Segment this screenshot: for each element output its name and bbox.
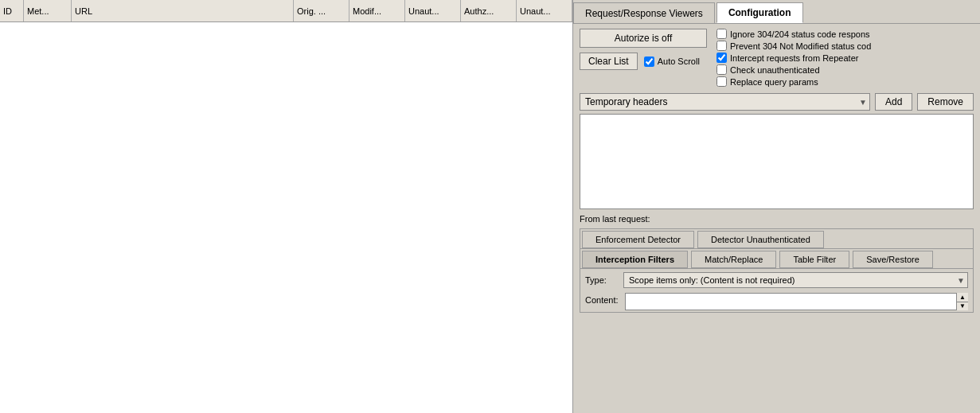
headers-textarea[interactable]: [580, 114, 974, 209]
col-header-unaut1: Unaut...: [405, 0, 461, 21]
temporary-headers-select[interactable]: Temporary headers: [580, 93, 870, 111]
clear-list-button[interactable]: Clear List: [580, 53, 638, 70]
scroll-down-button[interactable]: ▼: [957, 302, 968, 311]
right-panel: Request/Response Viewers Configuration A…: [573, 0, 980, 413]
scroll-arrows: ▲ ▼: [956, 293, 968, 310]
checkbox-check-unauthenticated-input[interactable]: [716, 64, 727, 75]
auto-scroll-label[interactable]: Auto Scroll: [644, 56, 700, 67]
scroll-up-button[interactable]: ▲: [957, 293, 968, 302]
content-label: Content:: [585, 293, 619, 305]
checkbox-ignore-304[interactable]: Ignore 304/204 status code respons: [716, 29, 892, 39]
autorize-button[interactable]: Autorize is off: [580, 29, 707, 48]
table-header: ID Met... URL Orig. ... Modif... Unaut..…: [0, 0, 572, 22]
checkbox-intercept-repeater-label: Intercept requests from Repeater: [730, 53, 858, 63]
main-container: ID Met... URL Orig. ... Modif... Unaut..…: [0, 0, 980, 413]
config-panel: Autorize is off Clear List Auto Scroll I…: [573, 24, 980, 413]
tab-detector-unauthenticated[interactable]: Detector Unauthenticated: [697, 231, 824, 248]
checkboxes-section: Ignore 304/204 status code respons Preve…: [716, 29, 892, 87]
config-top-section: Autorize is off Clear List Auto Scroll I…: [580, 29, 974, 87]
dropdown-row: Temporary headers ▼ Add Remove: [580, 93, 974, 111]
type-label: Type:: [585, 275, 617, 285]
checkbox-ignore-304-label: Ignore 304/204 status code respons: [730, 29, 870, 39]
table-body: [0, 22, 572, 413]
left-panel: ID Met... URL Orig. ... Modif... Unaut..…: [0, 0, 573, 413]
tab-request-response-viewers[interactable]: Request/Response Viewers: [573, 2, 715, 23]
remove-button[interactable]: Remove: [917, 93, 974, 111]
col-header-met: Met...: [24, 0, 72, 21]
checkbox-replace-query[interactable]: Replace query params: [716, 76, 892, 87]
auto-scroll-checkbox[interactable]: [644, 56, 654, 67]
col-header-modif: Modif...: [349, 0, 405, 21]
top-tabs: Request/Response Viewers Configuration: [573, 0, 980, 24]
checkbox-ignore-304-input[interactable]: [716, 29, 727, 39]
tab-match-replace[interactable]: Match/Replace: [691, 251, 776, 268]
tab-table-filter[interactable]: Table Filter: [779, 251, 849, 268]
col-header-authz: Authz...: [461, 0, 517, 21]
checkbox-intercept-repeater-input[interactable]: [716, 53, 727, 63]
tab-interception-filters[interactable]: Interception Filters: [582, 251, 688, 268]
tab-configuration[interactable]: Configuration: [716, 2, 803, 23]
checkbox-check-unauthenticated[interactable]: Check unauthenticated: [716, 64, 892, 75]
col-header-url: URL: [72, 0, 294, 21]
add-button[interactable]: Add: [875, 93, 912, 111]
checkbox-prevent-304[interactable]: Prevent 304 Not Modified status cod: [716, 41, 892, 51]
content-input[interactable]: [625, 293, 968, 310]
type-select[interactable]: Scope items only: (Content is not requir…: [623, 272, 968, 288]
type-dropdown-wrapper: Scope items only: (Content is not requir…: [623, 272, 968, 288]
clear-list-row: Clear List Auto Scroll: [580, 53, 707, 70]
bottom-tabs-row2: Interception Filters Match/Replace Table…: [580, 249, 973, 269]
tab-enforcement-detector[interactable]: Enforcement Detector: [582, 231, 694, 248]
config-left-col: Autorize is off Clear List Auto Scroll: [580, 29, 707, 87]
col-header-unaut2: Unaut...: [517, 0, 572, 21]
dropdown-wrapper: Temporary headers ▼: [580, 93, 870, 111]
col-header-orig: Orig. ...: [294, 0, 349, 21]
content-row: Content: ▲ ▼: [580, 291, 973, 312]
checkbox-replace-query-label: Replace query params: [730, 77, 818, 87]
checkbox-prevent-304-label: Prevent 304 Not Modified status cod: [730, 41, 871, 51]
checkbox-check-unauthenticated-label: Check unauthenticated: [730, 65, 820, 75]
auto-scroll-text: Auto Scroll: [658, 56, 700, 66]
from-last-request: From last request:: [580, 214, 974, 224]
tab-save-restore[interactable]: Save/Restore: [853, 251, 933, 268]
type-row: Type: Scope items only: (Content is not …: [580, 269, 973, 291]
content-input-wrapper: ▲ ▼: [625, 293, 968, 310]
bottom-tabs-section: Enforcement Detector Detector Unauthenti…: [580, 228, 974, 313]
col-header-id: ID: [0, 0, 24, 21]
checkbox-prevent-304-input[interactable]: [716, 41, 727, 51]
checkbox-replace-query-input[interactable]: [716, 76, 727, 87]
checkbox-intercept-repeater[interactable]: Intercept requests from Repeater: [716, 53, 892, 63]
bottom-tabs-row1: Enforcement Detector Detector Unauthenti…: [580, 229, 973, 249]
